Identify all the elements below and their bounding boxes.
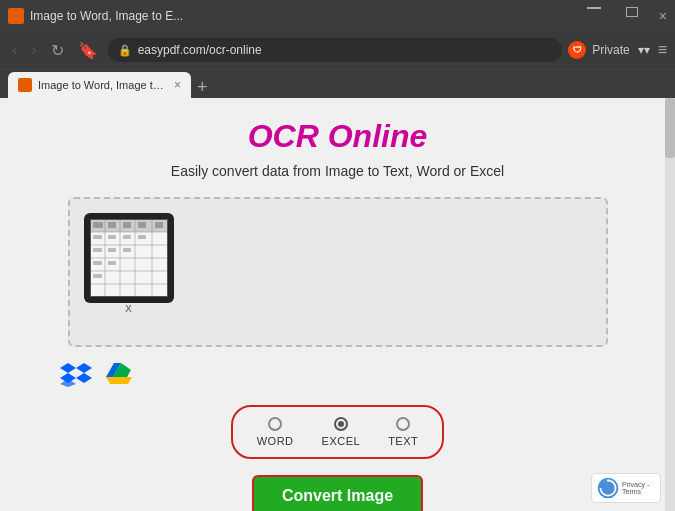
recaptcha-text: Privacy - Terms <box>622 481 655 495</box>
format-excel[interactable]: EXCEL <box>322 417 361 447</box>
remove-image-button[interactable]: x <box>125 300 132 315</box>
dropbox-icon[interactable] <box>60 361 92 389</box>
new-tab-button[interactable]: + <box>197 78 208 96</box>
word-radio[interactable] <box>268 417 282 431</box>
restore-button[interactable] <box>626 7 638 17</box>
text-label: TEXT <box>388 435 418 447</box>
table-image-svg <box>90 219 168 297</box>
cloud-icons <box>60 361 134 389</box>
svg-rect-20 <box>138 235 146 239</box>
svg-rect-18 <box>108 235 116 239</box>
svg-rect-25 <box>108 261 116 265</box>
menu-icon[interactable]: ≡ <box>658 41 667 59</box>
window-controls: × <box>587 7 667 25</box>
forward-button[interactable]: › <box>27 39 40 61</box>
recaptcha-badge: Privacy - Terms <box>591 473 661 503</box>
format-selection: WORD EXCEL TEXT <box>231 405 445 459</box>
svg-rect-12 <box>93 222 103 228</box>
upload-area[interactable]: x <box>68 197 608 347</box>
svg-rect-21 <box>93 248 102 252</box>
tab-bar: Image to Word, Image to E... × + <box>0 68 675 98</box>
nav-right: Private ▾▾ ≡ <box>592 41 667 59</box>
profile-icon: ▾▾ <box>638 43 650 57</box>
convert-button[interactable]: Convert Image <box>252 475 423 511</box>
page-subtitle: Easily convert data from Image to Text, … <box>171 163 504 179</box>
excel-radio[interactable] <box>334 417 348 431</box>
page-content: OCR Online Easily convert data from Imag… <box>0 98 675 511</box>
bookmark-button[interactable]: 🔖 <box>74 39 102 62</box>
lock-icon: 🔒 <box>118 44 132 57</box>
svg-rect-19 <box>123 235 131 239</box>
recaptcha-logo <box>597 477 619 499</box>
google-drive-icon[interactable] <box>104 361 134 389</box>
svg-rect-14 <box>123 222 131 228</box>
svg-rect-22 <box>108 248 116 252</box>
format-word[interactable]: WORD <box>257 417 294 447</box>
svg-rect-16 <box>155 222 163 228</box>
tab-close-button[interactable]: × <box>174 78 181 92</box>
scrollbar[interactable] <box>665 98 675 511</box>
svg-rect-24 <box>93 261 102 265</box>
preview-image <box>84 213 174 303</box>
word-label: WORD <box>257 435 294 447</box>
format-text[interactable]: TEXT <box>388 417 418 447</box>
private-label: Private <box>592 43 629 57</box>
svg-rect-13 <box>108 222 116 228</box>
back-button[interactable]: ‹ <box>8 39 21 61</box>
svg-rect-15 <box>138 222 146 228</box>
tab-title: Image to Word, Image to E... <box>30 9 587 23</box>
svg-rect-23 <box>123 248 131 252</box>
excel-radio-dot <box>338 421 344 427</box>
svg-rect-17 <box>93 235 102 239</box>
close-button[interactable]: × <box>659 7 667 25</box>
active-tab[interactable]: Image to Word, Image to E... × <box>8 72 191 98</box>
browser-favicon <box>8 8 24 24</box>
svg-rect-26 <box>93 274 102 278</box>
text-radio[interactable] <box>396 417 410 431</box>
shield-badge: 🛡 <box>568 41 586 59</box>
address-bar[interactable]: 🔒 easypdf.com/ocr-online <box>108 38 563 62</box>
nav-bar: ‹ › ↻ 🔖 🔒 easypdf.com/ocr-online 🛡 Priva… <box>0 32 675 68</box>
refresh-button[interactable]: ↻ <box>47 39 68 62</box>
url-text: easypdf.com/ocr-online <box>138 43 262 57</box>
excel-label: EXCEL <box>322 435 361 447</box>
browser-content: OCR Online Easily convert data from Imag… <box>0 98 675 511</box>
minimize-button[interactable] <box>587 7 601 9</box>
tab-favicon <box>18 78 32 92</box>
tab-title-text: Image to Word, Image to E... <box>38 79 168 91</box>
page-title: OCR Online <box>248 118 428 155</box>
scrollbar-thumb[interactable] <box>665 98 675 158</box>
image-preview: x <box>84 213 174 303</box>
title-bar: Image to Word, Image to E... × <box>0 0 675 32</box>
